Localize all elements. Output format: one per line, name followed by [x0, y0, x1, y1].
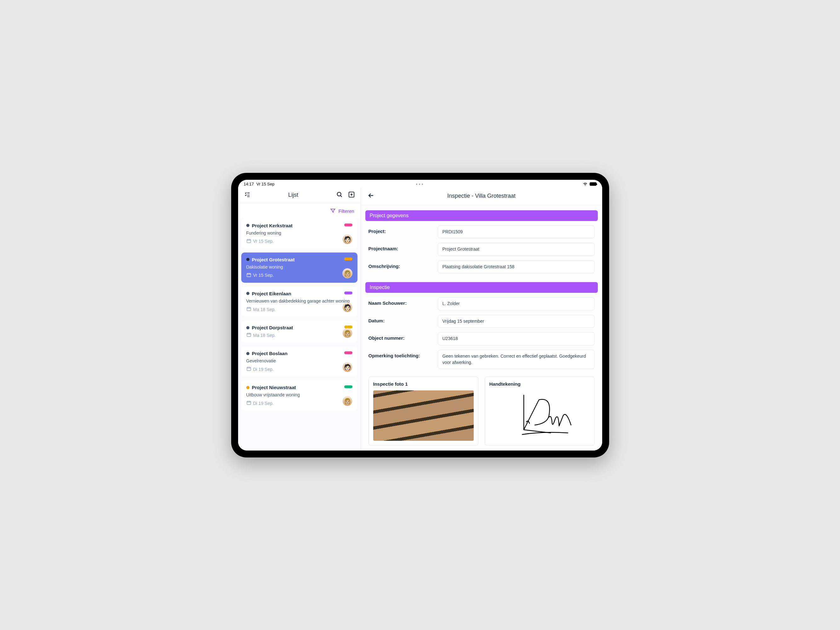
field-value[interactable]: PRDI1509 — [438, 225, 595, 239]
inspection-photo — [373, 391, 474, 441]
svg-rect-4 — [247, 307, 251, 311]
page-title: Inspectie - Villa Grotestraat — [375, 193, 588, 199]
field-value[interactable]: U23618 — [438, 332, 595, 345]
project-date: Di 19 Sep. — [246, 366, 352, 372]
field-label: Projectnaam: — [368, 243, 438, 251]
project-description: Gevelrenovatie — [246, 358, 352, 364]
wifi-icon — [583, 182, 588, 187]
svg-rect-7 — [247, 402, 251, 405]
signature-box[interactable]: Handtekening — [485, 376, 595, 446]
calendar-icon — [246, 366, 251, 372]
sidebar: Lijst Filteren Project KerkstraatFunderi… — [238, 187, 361, 450]
tablet-screen: 14:17 Vr 15 Sep ●●● Lijst — [238, 180, 602, 450]
svg-point-0 — [337, 192, 341, 196]
project-title: Project Eikenlaan — [252, 291, 291, 296]
multitasking-dots-icon[interactable]: ●●● — [416, 182, 424, 186]
project-description: Vernieuwen van dakbedekking garage achte… — [246, 298, 352, 304]
svg-rect-6 — [247, 367, 251, 371]
project-title: Project Grotestraat — [252, 257, 295, 262]
color-tag — [344, 291, 352, 295]
avatar: 👩🏼 — [343, 328, 352, 338]
color-tag — [344, 351, 352, 354]
project-title: Project Nieuwstraat — [252, 385, 296, 390]
avatar: 🧑🏻 — [343, 234, 352, 244]
add-icon[interactable] — [348, 191, 355, 199]
checklist-icon[interactable] — [244, 191, 251, 199]
sidebar-header: Lijst — [238, 187, 361, 203]
color-tag — [344, 385, 352, 388]
field-value[interactable]: L. Zolder — [438, 297, 595, 310]
battery-icon — [590, 182, 597, 186]
project-card[interactable]: Project BoslaanGevelrenovatieDi 19 Sep.🧑… — [241, 346, 357, 376]
status-dot-icon — [246, 326, 249, 329]
main-panel: Inspectie - Villa Grotestraat Project ge… — [361, 187, 602, 450]
project-description: Fundering woning — [246, 230, 352, 236]
project-title: Project Dorpstraat — [252, 325, 293, 330]
field-row: Object nummer:U23618 — [365, 332, 598, 345]
field-row: Omschrijving:Plaatsing dakisolatie Grote… — [365, 260, 598, 274]
svg-rect-3 — [247, 273, 251, 277]
inspection-photo-box[interactable]: Inspectie foto 1 — [368, 376, 478, 446]
photo-label: Inspectie foto 1 — [373, 381, 474, 387]
field-value[interactable]: Project Grotestraat — [438, 243, 595, 256]
svg-rect-2 — [247, 239, 251, 243]
project-date: Ma 18 Sep. — [246, 306, 352, 312]
field-value[interactable]: Plaatsing dakisolatie Grotestraat 158 — [438, 260, 595, 274]
status-dot-icon — [246, 386, 249, 389]
section-header: Project gegevens — [365, 210, 598, 221]
project-card[interactable]: Project DorpstraatMa 18 Sep.👩🏼 — [241, 321, 357, 343]
status-time: 14:17 — [244, 182, 254, 186]
section-header: Inspectie — [365, 282, 598, 293]
field-value[interactable]: Geen tekenen van gebreken. Correct en ef… — [438, 350, 595, 369]
project-card[interactable]: Project KerkstraatFundering woningVr 15 … — [241, 219, 357, 249]
section-project-gegevens: Project gegevens Project:PRDI1509Project… — [365, 210, 598, 274]
field-label: Omschrijving: — [368, 260, 438, 269]
avatar: 🧑🏻 — [343, 302, 352, 312]
project-title: Project Kerkstraat — [252, 223, 293, 228]
field-row: Naam Schouwer:L. Zolder — [365, 297, 598, 310]
field-row: Project:PRDI1509 — [365, 225, 598, 239]
project-date: Ma 18 Sep. — [246, 332, 352, 338]
app-body: Lijst Filteren Project KerkstraatFunderi… — [238, 187, 602, 450]
filter-icon — [330, 208, 336, 215]
avatar: 🧑🏻 — [343, 362, 352, 372]
field-row: Datum:Vrijdag 15 september — [365, 315, 598, 328]
calendar-icon — [246, 400, 251, 406]
project-card[interactable]: Project EikenlaanVernieuwen van dakbedek… — [241, 287, 357, 317]
project-date: Di 19 Sep. — [246, 400, 352, 406]
avatar: 👩🏼 — [343, 396, 352, 406]
calendar-icon — [246, 272, 251, 278]
main-content[interactable]: Project gegevens Project:PRDI1509Project… — [361, 205, 602, 450]
calendar-icon — [246, 332, 251, 338]
calendar-icon — [246, 306, 251, 312]
signature-image — [489, 391, 590, 441]
field-label: Object nummer: — [368, 332, 438, 341]
project-description: Dakisolatie woning — [246, 264, 352, 270]
svg-rect-5 — [247, 333, 251, 337]
filter-bar[interactable]: Filteren — [238, 203, 361, 219]
project-date: Vr 15 Sep. — [246, 272, 352, 278]
field-label: Opmerking toelichting: — [368, 350, 438, 358]
status-dot-icon — [246, 224, 249, 227]
field-value[interactable]: Vrijdag 15 september — [438, 315, 595, 328]
main-header: Inspectie - Villa Grotestraat — [361, 187, 602, 205]
status-dot-icon — [246, 292, 249, 295]
field-label: Datum: — [368, 315, 438, 323]
field-label: Naam Schouwer: — [368, 297, 438, 306]
media-row: Inspectie foto 1 Handtekening — [365, 373, 598, 449]
section-inspectie: Inspectie Naam Schouwer:L. ZolderDatum:V… — [365, 282, 598, 449]
filter-label: Filteren — [338, 208, 354, 214]
tablet-frame: 14:17 Vr 15 Sep ●●● Lijst — [231, 173, 609, 457]
field-label: Project: — [368, 225, 438, 234]
search-icon[interactable] — [336, 191, 343, 199]
project-title: Project Boslaan — [252, 351, 287, 356]
back-button[interactable] — [367, 192, 375, 200]
project-card[interactable]: Project NieuwstraatUitbouw vrijstaande w… — [241, 380, 357, 411]
status-dot-icon — [246, 352, 249, 355]
color-tag — [344, 224, 352, 226]
signature-label: Handtekening — [489, 381, 590, 387]
project-list[interactable]: Project KerkstraatFundering woningVr 15 … — [238, 219, 361, 450]
status-date: Vr 15 Sep — [256, 182, 274, 186]
project-card[interactable]: Project GrotestraatDakisolatie woningVr … — [241, 252, 357, 283]
avatar: 👩🏼 — [343, 268, 352, 278]
